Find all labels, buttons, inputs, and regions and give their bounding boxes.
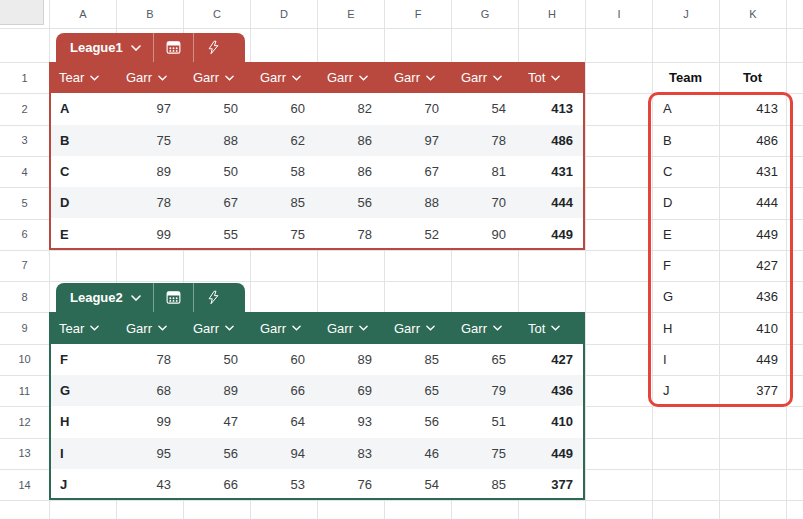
cell[interactable]: G bbox=[652, 281, 719, 312]
cell[interactable]: 53 bbox=[250, 469, 317, 500]
cell[interactable]: F bbox=[49, 344, 116, 375]
cell[interactable]: 486 bbox=[719, 125, 786, 156]
cell[interactable]: 56 bbox=[317, 187, 384, 218]
cell[interactable]: 67 bbox=[384, 156, 451, 187]
cell[interactable]: 486 bbox=[518, 125, 585, 156]
column-filter-header[interactable]: Garr bbox=[250, 312, 317, 343]
cell[interactable]: 66 bbox=[250, 375, 317, 406]
column-filter-header[interactable]: Garr bbox=[183, 312, 250, 343]
column-filter-header[interactable]: Tear bbox=[49, 62, 116, 93]
row-number[interactable]: 5 bbox=[0, 187, 49, 218]
row-number[interactable]: 12 bbox=[0, 406, 49, 437]
cell[interactable]: J bbox=[652, 375, 719, 406]
cell[interactable]: 88 bbox=[384, 187, 451, 218]
cell[interactable]: 99 bbox=[116, 218, 183, 249]
column-filter-header[interactable]: Garr bbox=[317, 312, 384, 343]
cell[interactable]: 50 bbox=[183, 93, 250, 124]
cell[interactable]: 75 bbox=[250, 218, 317, 249]
row-number[interactable]: 1 bbox=[0, 62, 49, 93]
cell[interactable]: D bbox=[652, 187, 719, 218]
cell[interactable]: J bbox=[49, 469, 116, 500]
cell[interactable]: 97 bbox=[116, 93, 183, 124]
column-letter[interactable]: G bbox=[451, 0, 518, 28]
cell[interactable]: 410 bbox=[518, 406, 585, 437]
cell[interactable]: 60 bbox=[250, 344, 317, 375]
column-letter[interactable]: K bbox=[719, 0, 786, 28]
cell[interactable]: 75 bbox=[116, 125, 183, 156]
cell[interactable]: 377 bbox=[518, 469, 585, 500]
cell[interactable]: C bbox=[49, 156, 116, 187]
cell[interactable]: 78 bbox=[451, 125, 518, 156]
cell[interactable]: H bbox=[652, 312, 719, 343]
cell[interactable]: 449 bbox=[518, 438, 585, 469]
cell[interactable]: 54 bbox=[451, 93, 518, 124]
column-filter-header[interactable]: Tot bbox=[518, 312, 585, 343]
cell[interactable]: 90 bbox=[451, 218, 518, 249]
cell[interactable]: 75 bbox=[451, 438, 518, 469]
lightning-bolt-icon[interactable] bbox=[194, 283, 233, 312]
cell[interactable]: 427 bbox=[719, 250, 786, 281]
cell[interactable]: 65 bbox=[451, 344, 518, 375]
cell[interactable]: 47 bbox=[183, 406, 250, 437]
cell[interactable]: 78 bbox=[116, 187, 183, 218]
column-filter-header[interactable]: Garr bbox=[384, 62, 451, 93]
cell[interactable]: 78 bbox=[116, 344, 183, 375]
cell[interactable]: 51 bbox=[451, 406, 518, 437]
cell[interactable]: 436 bbox=[719, 281, 786, 312]
column-letter[interactable]: F bbox=[384, 0, 451, 28]
column-filter-header[interactable]: Garr bbox=[116, 62, 183, 93]
cell[interactable]: 50 bbox=[183, 344, 250, 375]
cell[interactable]: I bbox=[49, 438, 116, 469]
cell[interactable]: A bbox=[49, 93, 116, 124]
cell[interactable]: 62 bbox=[250, 125, 317, 156]
cell[interactable]: 410 bbox=[719, 312, 786, 343]
cell[interactable]: 89 bbox=[183, 375, 250, 406]
select-all-corner[interactable] bbox=[0, 0, 44, 25]
column-letter[interactable]: H bbox=[518, 0, 585, 28]
row-number[interactable]: 10 bbox=[0, 344, 49, 375]
table-name-chip[interactable]: League2 bbox=[56, 283, 153, 312]
cell[interactable]: 449 bbox=[719, 344, 786, 375]
cell[interactable]: 99 bbox=[116, 406, 183, 437]
cell[interactable]: 69 bbox=[317, 375, 384, 406]
column-filter-header[interactable]: Garr bbox=[384, 312, 451, 343]
cell[interactable]: 431 bbox=[719, 156, 786, 187]
cell[interactable]: 85 bbox=[451, 469, 518, 500]
cell[interactable]: 68 bbox=[116, 375, 183, 406]
column-letter[interactable]: B bbox=[116, 0, 183, 28]
row-number[interactable]: 4 bbox=[0, 156, 49, 187]
cell[interactable]: 449 bbox=[518, 218, 585, 249]
cell[interactable]: 436 bbox=[518, 375, 585, 406]
cell[interactable]: A bbox=[652, 93, 719, 124]
cell[interactable]: 76 bbox=[317, 469, 384, 500]
row-number[interactable]: 13 bbox=[0, 438, 49, 469]
cell[interactable]: 83 bbox=[317, 438, 384, 469]
cell[interactable]: 431 bbox=[518, 156, 585, 187]
cell[interactable]: 46 bbox=[384, 438, 451, 469]
cell[interactable]: 89 bbox=[317, 344, 384, 375]
cell[interactable]: H bbox=[49, 406, 116, 437]
cell[interactable]: I bbox=[652, 344, 719, 375]
cell[interactable]: 427 bbox=[518, 344, 585, 375]
column-letter[interactable]: C bbox=[183, 0, 250, 28]
row-number[interactable]: 6 bbox=[0, 219, 49, 250]
cell[interactable]: 55 bbox=[183, 218, 250, 249]
cell[interactable]: G bbox=[49, 375, 116, 406]
cell[interactable]: 60 bbox=[250, 93, 317, 124]
cell[interactable]: 58 bbox=[250, 156, 317, 187]
column-filter-header[interactable]: Garr bbox=[250, 62, 317, 93]
column-letter[interactable]: A bbox=[49, 0, 116, 28]
column-filter-header[interactable]: Garr bbox=[451, 62, 518, 93]
table-name-chip[interactable]: League1 bbox=[56, 33, 153, 62]
column-letter[interactable]: D bbox=[250, 0, 317, 28]
cell[interactable]: 82 bbox=[317, 93, 384, 124]
cell[interactable]: 70 bbox=[451, 187, 518, 218]
table-grid-icon[interactable] bbox=[154, 283, 193, 312]
cell[interactable]: 65 bbox=[384, 375, 451, 406]
column-letter[interactable]: J bbox=[652, 0, 719, 28]
column-letter[interactable]: E bbox=[317, 0, 384, 28]
column-filter-header[interactable]: Garr bbox=[317, 62, 384, 93]
cell[interactable]: 444 bbox=[719, 187, 786, 218]
summary-total-header[interactable]: Tot bbox=[719, 62, 786, 93]
row-number[interactable]: 3 bbox=[0, 125, 49, 156]
